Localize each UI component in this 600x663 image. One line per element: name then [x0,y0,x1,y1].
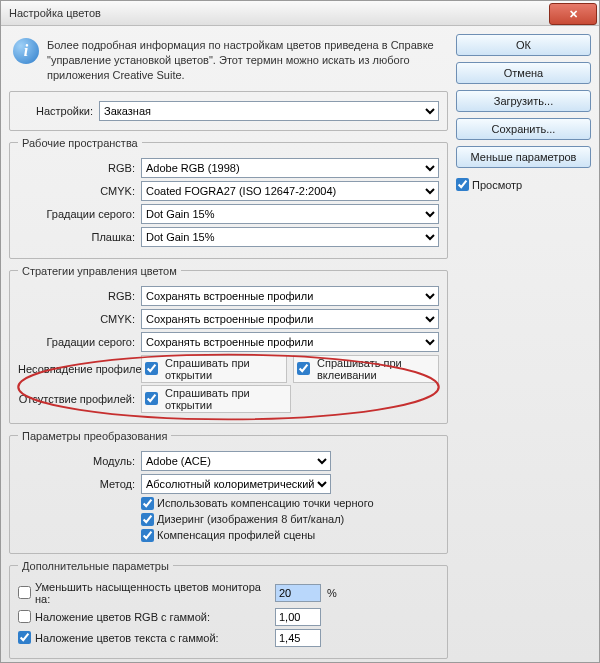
pol-cmyk-label: CMYK: [18,313,141,325]
dither-label: Дизеринг (изображения 8 бит/канал) [157,513,344,525]
conversion-group: Параметры преобразования Модуль: Adobe (… [9,430,448,554]
engine-label: Модуль: [18,455,141,467]
color-settings-dialog: Настройка цветов ✕ i Более подробная инф… [0,0,600,663]
ws-gray-label: Градации серого: [18,208,141,220]
mismatch-paste-label: Спрашивать при вклеивании [317,357,435,381]
window-title: Настройка цветов [9,7,101,19]
working-spaces-legend: Рабочие пространства [18,137,142,149]
scene-checkbox[interactable] [141,529,154,542]
intent-label: Метод: [18,478,141,490]
close-button[interactable]: ✕ [549,3,597,25]
conversion-legend: Параметры преобразования [18,430,171,442]
engine-dropdown[interactable]: Adobe (ACE) [141,451,331,471]
intent-dropdown[interactable]: Абсолютный колориметрический [141,474,331,494]
pol-gray-label: Градации серого: [18,336,141,348]
info-banner: i Более подробная информация по настройк… [9,34,448,91]
preview-checkbox[interactable] [456,178,469,191]
scene-label: Компенсация профилей сцены [157,529,315,541]
info-text: Более подробная информация по настройкам… [47,38,444,83]
save-button[interactable]: Сохранить... [456,118,591,140]
ws-gray-dropdown[interactable]: Dot Gain 15% [141,204,439,224]
info-icon: i [13,38,39,64]
mismatch-label: Несовпадение профилей: [18,363,141,375]
load-button[interactable]: Загрузить... [456,90,591,112]
settings-dropdown[interactable]: Заказная [99,101,439,121]
pol-rgb-dropdown[interactable]: Сохранять встроенные профили [141,286,439,306]
blend-rgb-checkbox[interactable] [18,610,31,623]
blend-text-input[interactable] [275,629,321,647]
desat-input[interactable] [275,584,321,602]
highlighted-region: Несовпадение профилей: Спрашивать при от… [18,355,439,413]
desat-label: Уменьшить насыщенность цветов монитора н… [35,581,275,605]
bpc-label: Использовать компенсацию точки черного [157,497,374,509]
button-column: ОК Отмена Загрузить... Сохранить... Мень… [456,34,591,191]
blend-text-label: Наложение цветов текста с гаммой: [35,632,275,644]
ws-spot-dropdown[interactable]: Dot Gain 15% [141,227,439,247]
missing-open-checkbox[interactable] [145,392,158,405]
advanced-legend: Дополнительные параметры [18,560,173,572]
ws-rgb-label: RGB: [18,162,141,174]
close-icon: ✕ [569,9,578,20]
mismatch-open-label: Спрашивать при открытии [165,357,283,381]
ws-rgb-dropdown[interactable]: Adobe RGB (1998) [141,158,439,178]
ws-cmyk-label: CMYK: [18,185,141,197]
settings-label: Настройки: [18,105,99,117]
policies-group: Стратегии управления цветом RGB: Сохраня… [9,265,448,424]
pol-cmyk-dropdown[interactable]: Сохранять встроенные профили [141,309,439,329]
fewer-options-button[interactable]: Меньше параметров [456,146,591,168]
dither-checkbox[interactable] [141,513,154,526]
desat-percent: % [327,587,337,599]
ok-button[interactable]: ОК [456,34,591,56]
desat-checkbox[interactable] [18,586,31,599]
pol-gray-dropdown[interactable]: Сохранять встроенные профили [141,332,439,352]
cancel-button[interactable]: Отмена [456,62,591,84]
ws-spot-label: Плашка: [18,231,141,243]
blend-rgb-input[interactable] [275,608,321,626]
policies-legend: Стратегии управления цветом [18,265,181,277]
ws-cmyk-dropdown[interactable]: Coated FOGRA27 (ISO 12647-2:2004) [141,181,439,201]
mismatch-open-checkbox[interactable] [145,362,158,375]
working-spaces-group: Рабочие пространства RGB: Adobe RGB (199… [9,137,448,259]
blend-rgb-label: Наложение цветов RGB с гаммой: [35,611,275,623]
mismatch-paste-checkbox[interactable] [297,362,310,375]
titlebar: Настройка цветов ✕ [1,1,599,26]
blend-text-checkbox[interactable] [18,631,31,644]
missing-open-label: Спрашивать при открытии [165,387,287,411]
advanced-group: Дополнительные параметры Уменьшить насыщ… [9,560,448,659]
preview-label: Просмотр [472,179,522,191]
bpc-checkbox[interactable] [141,497,154,510]
missing-label: Отсутствие профилей: [18,393,141,405]
settings-group: Настройки: Заказная [9,91,448,131]
pol-rgb-label: RGB: [18,290,141,302]
